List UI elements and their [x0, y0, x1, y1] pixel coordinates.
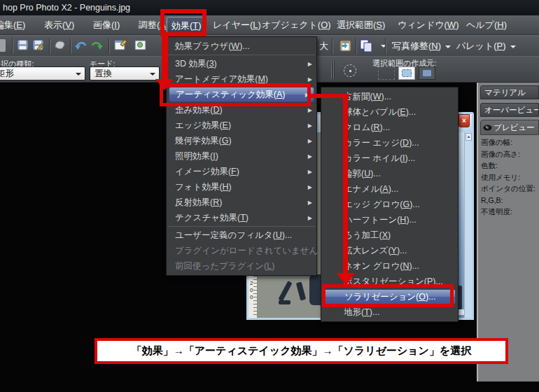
menu-item-label: 古新聞(W)... [344, 91, 391, 103]
menu-item[interactable]: テクスチャ効果(T)▶ [167, 210, 316, 225]
menu-item[interactable]: 照明効果(I)▶ [167, 148, 316, 164]
toolbar-separator [49, 38, 50, 54]
eye-icon [483, 125, 492, 131]
copy-icon[interactable] [360, 39, 374, 55]
menu-item[interactable]: 輪郭(U)... [321, 166, 458, 181]
title-bar: hop Pro Photo X2 - Penguins.jpg [0, 0, 539, 15]
preview-tab[interactable]: プレビュー [480, 120, 539, 135]
overview-label: オーバービュー [484, 106, 539, 114]
menu-bar-item[interactable]: ヘルプ(H) [462, 15, 511, 35]
overview-panel-bar[interactable]: オーバービュー [480, 103, 539, 117]
menu-item-label: 拡大レンズ(Y)... [344, 245, 407, 257]
menu-item[interactable]: 幾何学効果(G)▶ [167, 133, 316, 148]
menu-bar-item[interactable]: 表示(V) [40, 15, 78, 35]
redo-icon[interactable] [90, 39, 104, 54]
preview-label: プレビュー [493, 123, 535, 132]
clipped-tool-icon[interactable] [0, 39, 6, 52]
effects-menu: 効果ブラウザ(W)...3D 効果(3)▶アートメディア効果(M)▶アーティステ… [166, 36, 317, 276]
scroll-up-icon[interactable]: ▲ [465, 133, 472, 141]
photo-fix-dropdown[interactable]: 写真修整(N) [392, 40, 451, 52]
menu-item[interactable]: エッジ グロウ(G)... [321, 197, 458, 212]
merged-chip [422, 69, 432, 77]
submenu-arrow-icon: ▶ [308, 169, 312, 175]
submenu-arrow-icon: ▶ [308, 122, 312, 129]
photo-fix-label: 写真修整(N) [392, 41, 441, 51]
source-selection-icon[interactable] [378, 66, 395, 80]
menu-item[interactable]: ろう加工(X) [321, 227, 458, 243]
menu-item[interactable]: イメージ効果(F)▶ [167, 164, 316, 179]
selection-marquee-icon[interactable] [344, 64, 356, 77]
menu-bar-item[interactable]: 選択範囲(S) [332, 15, 389, 35]
annotation-connector-vertical [343, 94, 348, 274]
selection-type-combobox[interactable]: 矩形 [0, 66, 85, 80]
menu-item[interactable]: クロム(R)... [321, 120, 458, 135]
capture-icon[interactable] [134, 39, 148, 54]
menu-separator [168, 55, 315, 55]
menu-item[interactable]: エッジ効果(E)▶ [167, 118, 316, 133]
submenu-arrow-icon: ▶ [308, 138, 312, 144]
menu-item[interactable]: 球体とバブル(E)... [321, 104, 458, 120]
annotation-box-solarization [322, 284, 454, 307]
annotation-box-artistic [160, 83, 311, 106]
menu-item[interactable]: ユーザー定義のフィルタ(U)... [167, 227, 316, 243]
menu-item-label: エッジ効果(E) [175, 120, 231, 132]
combo-arrow-icon [76, 73, 81, 76]
toolbar-separator [70, 38, 71, 54]
menu-item-label: 反射効果(R) [175, 197, 222, 209]
menu-item-label: 3D 効果(3) [175, 58, 217, 70]
paste-icon[interactable] [339, 39, 353, 55]
layer-chip [402, 69, 412, 77]
materials-panel-bar[interactable]: マテリアル [480, 85, 539, 99]
close-icon[interactable]: × [458, 114, 470, 127]
print-icon[interactable] [53, 39, 66, 54]
menu-item[interactable]: ハーフトーン(H)... [321, 212, 458, 227]
window-title: hop Pro Photo X2 - Penguins.jpg [3, 3, 130, 13]
panel-info-label: 色数: [481, 161, 539, 173]
right-panel: マテリアル オーバービュー プレビュー 画像の幅:画像の高さ:色数:使用メモリ:… [477, 83, 539, 382]
menu-item[interactable]: 効果ブラウザ(W)... [167, 38, 316, 54]
palette-dropdown[interactable]: パレット(P) [456, 40, 516, 52]
menu-item[interactable]: カラー ホイル(I)... [321, 150, 458, 166]
menu-item-label: ろう加工(X) [344, 230, 391, 241]
menu-bar-item[interactable]: 画像(I) [89, 15, 124, 35]
menu-item[interactable]: 3D 効果(3)▶ [167, 56, 316, 71]
toolbar-separator [356, 38, 357, 54]
save-icon[interactable] [17, 39, 29, 54]
toolbar-separator [385, 38, 386, 54]
source-merged-icon[interactable] [419, 66, 435, 80]
menu-item[interactable]: ネオン グロウ(N)... [321, 258, 458, 274]
menu-bar-item[interactable]: 編集(E) [0, 15, 29, 35]
mode-combobox[interactable]: 置換 [90, 66, 160, 80]
submenu-arrow-icon: ▶ [308, 184, 312, 190]
dropdown-arrow-icon [510, 46, 516, 48]
menu-item-label: エッジ グロウ(G)... [344, 199, 420, 211]
menu-item[interactable]: エナメル(A)... [321, 181, 458, 197]
penguin-foot-shape [279, 300, 290, 304]
menu-item[interactable]: 拡大レンズ(Y)... [321, 243, 458, 258]
menu-item-label: 前回使ったプラグイン(L) [175, 260, 274, 272]
menu-bar-item[interactable]: レイヤー(L) [209, 15, 265, 35]
penguin-leg-shape [296, 281, 306, 300]
zoom-partial-label: 大 [319, 40, 328, 52]
menu-item[interactable]: フォト効果(H)▶ [167, 179, 316, 195]
duplicate-window-icon[interactable] [114, 39, 128, 54]
source-layer-icon[interactable] [398, 66, 415, 80]
panel-info-label: 使用メモリ: [481, 173, 539, 185]
submenu-arrow-icon: ▶ [308, 215, 312, 221]
menu-item-label: ネオン グロウ(N)... [344, 260, 419, 272]
menu-item[interactable]: 反射効果(R)▶ [167, 195, 316, 210]
combo-arrow-icon [150, 73, 155, 76]
menu-bar-item[interactable]: オブジェクト(O) [258, 15, 335, 35]
submenu-arrow-icon: ▶ [308, 107, 312, 113]
dropdown-arrow-icon [445, 46, 451, 48]
save-as-icon[interactable] [32, 39, 45, 54]
vertical-scrollbar[interactable]: ▲ [464, 132, 472, 318]
menu-item[interactable]: カラー エッジ(D)... [321, 135, 458, 150]
menu-bar-item[interactable]: ウィンドウ(W) [393, 15, 463, 35]
palette-label: パレット(P) [456, 41, 506, 51]
undo-icon[interactable] [74, 39, 88, 54]
submenu-arrow-icon: ▶ [308, 153, 312, 160]
menu-item-label: 球体とバブル(E)... [344, 106, 416, 118]
menu-item-label: 効果ブラウザ(W)... [175, 41, 250, 52]
penguin-leg-shape [278, 281, 292, 302]
